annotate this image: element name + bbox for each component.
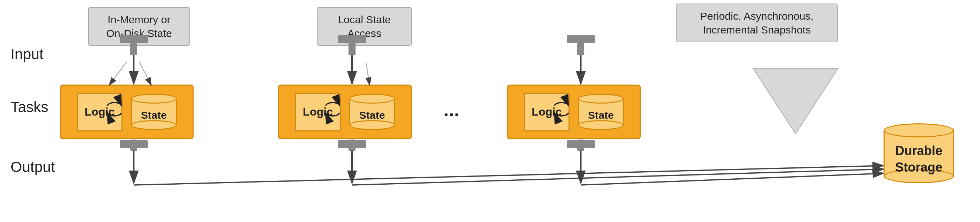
logic-box-3: Logic	[524, 93, 570, 131]
output-bar-2-vert	[348, 139, 356, 151]
cyl-bottom-2	[349, 120, 395, 130]
cyl-bottom-1	[131, 120, 177, 130]
callout1-arrow	[139, 62, 151, 85]
task-box-1: Logic State	[60, 85, 194, 139]
task-box-3: Logic State	[507, 85, 641, 139]
output-bar-1	[120, 140, 148, 148]
callout3-triangle	[753, 69, 838, 134]
input-bar-3-vert	[577, 43, 584, 55]
diagram: Input Tasks Output In-Memory or On-Disk …	[0, 0, 980, 222]
callout2-arrow	[366, 63, 370, 85]
state-cylinder-3: State	[578, 94, 624, 130]
snapshot-arrow-2	[352, 169, 883, 185]
state-cylinder-2: State	[349, 94, 395, 130]
task-box-2: Logic State	[278, 85, 412, 139]
durable-storage-label: Durable Storage	[883, 143, 954, 176]
durable-cyl-top	[883, 123, 954, 137]
output-label: Output	[11, 158, 55, 176]
input-bar-3	[567, 35, 595, 43]
logic-box-2: Logic	[295, 93, 341, 131]
input-label: Input	[11, 46, 43, 63]
output-bar-3-vert	[577, 139, 584, 151]
callout1-arrow2	[109, 62, 127, 85]
cyl-top-1	[131, 94, 177, 104]
snapshot-arrow-1	[134, 166, 883, 185]
output-bar-3	[567, 140, 595, 148]
state-cylinder-1: State	[131, 94, 177, 130]
output-bar-2	[338, 140, 366, 148]
output-bar-1-vert	[130, 139, 137, 151]
dots-separator: ...	[444, 99, 460, 120]
logic-box-1: Logic	[77, 93, 123, 131]
durable-storage: Durable Storage	[883, 123, 954, 183]
cyl-top-3	[578, 94, 624, 104]
callout-localstate: Local State Access	[317, 7, 412, 46]
cyl-top-2	[349, 94, 395, 104]
cyl-bottom-3	[578, 120, 624, 130]
callout-snapshots: Periodic, Asynchronous, Incremental Snap…	[676, 3, 838, 42]
callout-inmemory: In-Memory or On-Disk State	[88, 7, 190, 46]
tasks-label: Tasks	[11, 99, 48, 116]
snapshot-arrow-3	[581, 173, 883, 185]
